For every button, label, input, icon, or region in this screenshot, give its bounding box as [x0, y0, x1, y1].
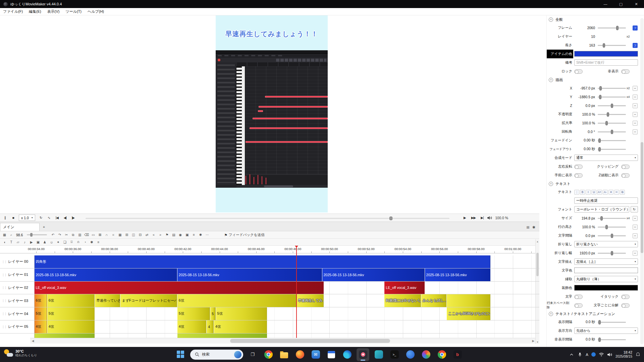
menu-item-2[interactable]: 表示(V) — [44, 8, 63, 15]
timeline-clip[interactable]: 6弦 — [177, 294, 296, 307]
field-value[interactable]: 0.0 px — [574, 231, 595, 240]
arrow-right-icon[interactable]: » — [157, 232, 163, 238]
toggle-switch[interactable] — [621, 69, 630, 74]
color-swatch[interactable] — [574, 285, 638, 291]
timeline-clip[interactable]: 4弦 — [177, 320, 206, 333]
scroll-up-icon[interactable]: ▲ — [536, 239, 539, 243]
timeline-clip[interactable]: 到底僕には出せないし... — [384, 294, 421, 307]
timeline-clip[interactable]: 5弦 — [47, 307, 95, 320]
value-slider[interactable] — [598, 27, 626, 28]
weather-widget[interactable]: 30°C 晴れのちくもり — [4, 349, 37, 357]
font-dropdown[interactable]: コーポレート・ロゴ（ラウンド）▾ — [574, 206, 629, 213]
frame-link-button[interactable]: フ — [633, 43, 638, 48]
field-value[interactable]: -957.0 px — [574, 84, 595, 93]
drag-handle-icon[interactable]: ⋮⋮ — [2, 273, 6, 277]
taskbar-app-edge[interactable] — [341, 348, 354, 361]
timeline-zoom-slider[interactable] — [27, 234, 47, 235]
slider-thumb[interactable] — [611, 251, 613, 255]
slider-thumb[interactable] — [599, 86, 602, 90]
timeline-clip[interactable]: 6弦 — [47, 294, 95, 307]
layer-label[interactable]: ⋮⋮レイヤー 04 — [0, 307, 35, 320]
field-value[interactable]: -1880.5 px — [574, 93, 595, 101]
timeline-clip[interactable]: 早速再生してみ... — [297, 294, 324, 307]
value-slider[interactable] — [598, 140, 626, 141]
settings-icon[interactable]: ✱ — [532, 225, 535, 230]
slider-thumb[interactable] — [611, 234, 613, 238]
grid-toggle-icon[interactable]: ⊞ — [527, 225, 530, 230]
font-refresh-button[interactable]: ↻ — [631, 206, 638, 213]
timeline-clip[interactable]: 5弦 — [177, 307, 210, 320]
value-slider[interactable] — [598, 218, 626, 219]
field-value[interactable]: 0.00 秒 — [574, 136, 595, 145]
close-button[interactable]: ✕ — [629, 0, 644, 8]
loop-button[interactable]: ↻ — [37, 215, 45, 221]
feedback-button[interactable]: ⚑フィードバックを送信 — [224, 233, 264, 237]
timeline-clip[interactable]: 2025-08-15 13-18-56.mkv — [425, 268, 491, 281]
value-slider[interactable] — [598, 88, 626, 89]
drag-handle-icon[interactable]: ⋮⋮ — [2, 325, 6, 328]
layer-label[interactable] — [0, 334, 35, 338]
audio-item-icon[interactable]: ♪ — [21, 239, 28, 245]
taskbar-app-chrome[interactable] — [262, 348, 275, 361]
collapse-chevron-icon[interactable]: ∧ — [549, 182, 553, 186]
taskbar-app-yukkuri-moviemaker[interactable] — [357, 348, 369, 361]
tray-expand-icon[interactable] — [569, 352, 574, 357]
zoom-slider-thumb[interactable] — [30, 233, 33, 237]
hscroll-thumb[interactable] — [230, 339, 390, 343]
pause-button[interactable]: ∥ — [1, 215, 9, 221]
menu-item-icon[interactable]: ≡ — [95, 239, 101, 245]
taskbar-clock[interactable]: 18:422025/08/15 — [615, 350, 632, 359]
dropdown[interactable]: 先頭から▾ — [574, 327, 638, 334]
bold-icon[interactable]: B — [580, 190, 585, 195]
undo-icon[interactable]: ↶ — [50, 232, 56, 238]
group-item-icon[interactable]: ❏ — [62, 239, 68, 245]
timer-item-icon[interactable]: ◔ — [82, 239, 88, 245]
timeline-clip[interactable] — [35, 334, 95, 338]
copy2-icon[interactable]: ⧉ — [620, 190, 625, 195]
drag-handle-icon[interactable]: ⋮⋮ — [2, 286, 6, 289]
voice-item-icon[interactable]: ◖ — [1, 239, 7, 245]
toggle-switch[interactable] — [621, 303, 630, 308]
copy-icon[interactable]: ⧉ — [70, 232, 76, 238]
magnet-icon[interactable]: ∩ — [103, 232, 109, 238]
slider-thumb[interactable] — [605, 121, 608, 125]
taskbar-app-mail[interactable]: ✉ — [309, 348, 322, 361]
panel-scrollbar[interactable] — [640, 18, 644, 344]
slider-thumb[interactable] — [605, 225, 608, 229]
timeline-clip[interactable]: 早速作っていき — [95, 294, 120, 307]
value-slider[interactable] — [598, 235, 626, 236]
list-icon[interactable]: ≡ — [191, 232, 197, 238]
taskbar-app-app-colorful[interactable] — [420, 348, 432, 361]
timeline-clip[interactable]: 2025-08-15 13-18-56.mkv — [177, 268, 322, 281]
menu-item-0[interactable]: ファイル(F) — [0, 8, 26, 15]
timeline-clip[interactable]: まずFコードは一フレットにセーハし... — [120, 294, 177, 307]
slider-thumb[interactable] — [611, 130, 613, 134]
timeline-clip[interactable]: 4弦 — [47, 320, 95, 333]
save-icon[interactable]: ▣ — [184, 232, 190, 238]
layer-label[interactable]: ⋮⋮レイヤー 00 — [0, 255, 35, 268]
expression-button[interactable]: − — [633, 216, 638, 221]
scissors-icon[interactable]: ✂ — [63, 232, 69, 238]
layout-icon[interactable]: ▦ — [1, 232, 7, 238]
expression-button[interactable]: − — [633, 112, 638, 117]
notification-icon[interactable] — [635, 352, 641, 357]
timeline-clip[interactable]: LE_off vocal_3.wav — [384, 282, 424, 294]
paste-icon[interactable]: ▥ — [76, 232, 83, 238]
underline-icon[interactable]: U — [591, 190, 596, 195]
video-preview[interactable]: 早速再生してみましょう！！ — [216, 15, 328, 213]
expression-button[interactable]: − — [633, 233, 638, 238]
taskbar-app-bandlab[interactable]: b — [451, 348, 464, 361]
field-value[interactable]: 10 — [574, 32, 595, 41]
value-slider[interactable] — [598, 227, 626, 228]
film-icon[interactable]: ▤ — [170, 232, 176, 238]
dropdown[interactable]: 丸縁取り（薄）▾ — [574, 276, 638, 282]
timeline-clip[interactable]: ここからBGMさびなのにい... — [447, 307, 490, 320]
trash-icon[interactable]: ▭ — [90, 232, 96, 238]
toggle-switch[interactable] — [574, 303, 583, 308]
timeline-clip[interactable]: みんなも試し... — [421, 294, 447, 307]
slider-thumb[interactable] — [616, 26, 619, 30]
search-input[interactable]: 検索 — [190, 350, 243, 360]
timeline-clip[interactable]: 4弦 — [35, 320, 47, 333]
value-slider[interactable] — [598, 149, 626, 150]
expression-button[interactable]: − — [633, 129, 638, 134]
